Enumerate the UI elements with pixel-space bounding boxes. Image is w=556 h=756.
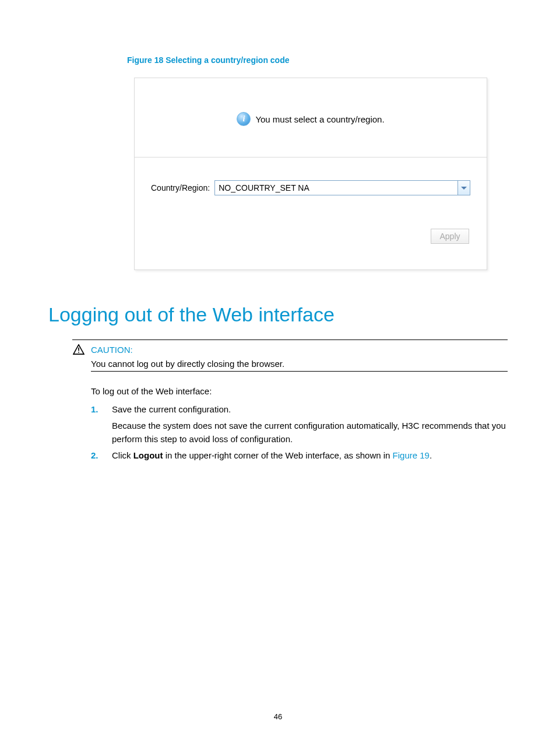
chevron-down-icon <box>461 187 467 190</box>
step-subtext: Because the system does not save the cur… <box>112 419 508 446</box>
country-region-field: Country/Region: NO_COURTRY_SET NA <box>151 180 470 195</box>
select-dropdown-button[interactable] <box>458 180 470 195</box>
step-text-suffix: . <box>430 450 432 460</box>
country-region-label: Country/Region: <box>151 183 210 192</box>
caution-label: CAUTION: <box>91 345 133 355</box>
figure-link[interactable]: Figure 19 <box>393 450 430 460</box>
svg-rect-1 <box>78 352 79 353</box>
caution-block: CAUTION: You cannot log out by directly … <box>72 340 508 372</box>
section-heading: Logging out of the Web interface <box>48 303 335 326</box>
country-region-panel: i You must select a country/region. Coun… <box>134 78 487 270</box>
step-text: Save the current configuration. <box>112 404 231 414</box>
list-item: 2. Click Logout in the upper-right corne… <box>91 449 508 463</box>
info-text: You must select a country/region. <box>255 114 384 124</box>
step-text-bold: Logout <box>133 450 163 460</box>
figure-caption: Figure 18 Selecting a country/region cod… <box>127 55 290 65</box>
intro-text: To log out of the Web interface: <box>91 385 508 398</box>
page-number: 46 <box>0 712 556 721</box>
country-region-select[interactable]: NO_COURTRY_SET NA <box>214 180 470 195</box>
list-number: 1. <box>91 403 101 446</box>
caution-text: You cannot log out by directly closing t… <box>91 359 508 372</box>
step-text-middle: in the upper-right corner of the Web int… <box>163 450 392 460</box>
body-text: To log out of the Web interface: 1. Save… <box>91 385 508 466</box>
warning-triangle-icon <box>72 344 85 355</box>
step-text-prefix: Click <box>112 450 133 460</box>
apply-button[interactable]: Apply <box>431 229 469 244</box>
list-item: 1. Save the current configuration. Becau… <box>91 403 508 446</box>
svg-rect-0 <box>78 348 79 351</box>
info-row: i You must select a country/region. <box>135 107 487 131</box>
select-value: NO_COURTRY_SET NA <box>214 180 458 195</box>
list-number: 2. <box>91 449 101 463</box>
info-icon: i <box>237 112 251 126</box>
panel-divider <box>135 157 487 158</box>
